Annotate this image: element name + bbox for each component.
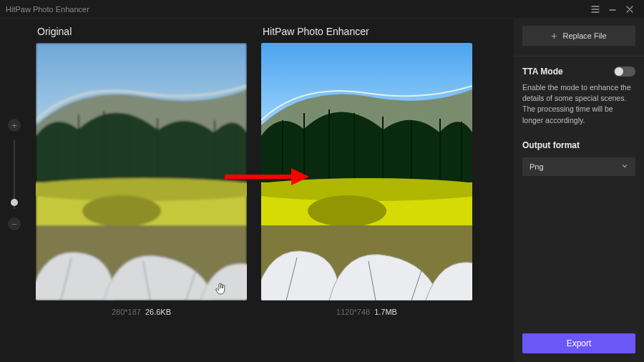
plus-icon: + [551,31,557,41]
titlebar: HitPaw Photo Enhancer [0,0,644,19]
toggle-knob [615,67,623,76]
original-image[interactable] [36,43,247,300]
zoom-out-button[interactable]: − [8,217,21,230]
window-title: HitPaw Photo Enhancer [6,5,89,14]
tta-mode-label: TTA Mode [522,67,563,77]
enhanced-meta: 1120*748 1.7MB [261,308,472,316]
zoom-slider[interactable] [14,140,15,209]
sidebar: + Replace File TTA Mode Enable the mode … [514,19,644,362]
original-resolution: 280*187 [112,308,141,316]
original-pane: Original [36,26,247,316]
original-heading: Original [37,26,247,37]
replace-file-label: Replace File [563,31,607,40]
enhanced-image[interactable] [261,43,472,300]
svg-point-27 [308,195,386,227]
output-format-dropdown[interactable]: Png [522,157,635,176]
zoom-rail: + − [0,19,29,362]
enhanced-resolution: 1120*748 [336,308,370,316]
export-label: Export [567,338,592,348]
preview-area: Original [29,19,514,362]
zoom-thumb[interactable] [11,199,18,206]
app-window: HitPaw Photo Enhancer + − Original [0,0,644,362]
tta-mode-description: Enable the mode to enhance the details o… [522,82,635,126]
tta-mode-toggle[interactable] [614,67,635,77]
original-meta: 280*187 26.6KB [36,308,247,316]
enhanced-filesize: 1.7MB [374,308,397,316]
export-button[interactable]: Export [522,333,635,353]
menu-icon[interactable] [587,0,604,19]
original-filesize: 26.6KB [145,308,171,316]
svg-point-11 [82,195,161,227]
output-format-value: Png [530,162,544,171]
chevron-down-icon [621,162,628,171]
enhanced-heading: HitPaw Photo Enhancer [263,26,472,37]
enhanced-pane: HitPaw Photo Enhancer [261,26,472,316]
zoom-in-button[interactable]: + [8,119,21,132]
close-icon[interactable] [621,0,638,19]
replace-file-button[interactable]: + Replace File [522,26,635,46]
divider [514,56,644,57]
minimize-icon[interactable] [604,0,621,19]
output-format-label: Output format [522,140,635,150]
